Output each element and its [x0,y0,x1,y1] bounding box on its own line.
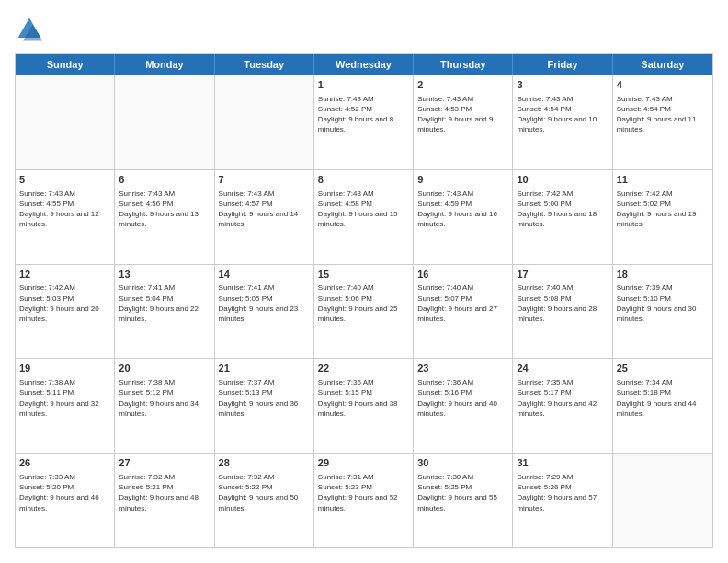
cell-info: Sunrise: 7:30 AM Sunset: 5:25 PM Dayligh… [417,472,508,513]
calendar-cell: 28Sunrise: 7:32 AM Sunset: 5:22 PM Dayli… [215,454,314,547]
calendar-row: 26Sunrise: 7:33 AM Sunset: 5:20 PM Dayli… [16,453,712,547]
header [15,15,713,44]
calendar-cell: 24Sunrise: 7:35 AM Sunset: 5:17 PM Dayli… [513,359,612,453]
calendar-cell: 26Sunrise: 7:33 AM Sunset: 5:20 PM Dayli… [16,454,115,547]
cell-info: Sunrise: 7:40 AM Sunset: 5:06 PM Dayligh… [318,282,409,324]
cell-info: Sunrise: 7:35 AM Sunset: 5:17 PM Dayligh… [517,377,608,419]
calendar-cell: 1Sunrise: 7:43 AM Sunset: 4:52 PM Daylig… [314,75,414,169]
cell-info: Sunrise: 7:40 AM Sunset: 5:08 PM Dayligh… [517,282,608,324]
day-number: 25 [617,362,709,375]
day-number: 27 [119,456,210,470]
day-number: 23 [417,362,508,375]
calendar-cell: 19Sunrise: 7:38 AM Sunset: 5:11 PM Dayli… [16,359,115,453]
cell-info: Sunrise: 7:29 AM Sunset: 5:26 PM Dayligh… [517,472,608,513]
day-number: 31 [517,456,608,470]
header-day: Thursday [414,54,513,75]
day-number: 4 [617,78,709,92]
day-number: 29 [318,456,409,470]
day-number: 3 [517,78,608,92]
cell-info: Sunrise: 7:34 AM Sunset: 5:18 PM Dayligh… [617,377,709,419]
calendar-cell [215,75,314,169]
day-number: 10 [517,173,608,187]
calendar-cell [115,75,214,169]
calendar-page: SundayMondayTuesdayWednesdayThursdayFrid… [0,0,728,563]
day-number: 28 [219,456,310,470]
calendar-cell: 23Sunrise: 7:36 AM Sunset: 5:16 PM Dayli… [414,359,513,453]
day-number: 22 [318,362,409,375]
calendar-cell: 7Sunrise: 7:43 AM Sunset: 4:57 PM Daylig… [215,170,314,264]
day-number: 8 [318,173,409,187]
calendar-cell: 4Sunrise: 7:43 AM Sunset: 4:54 PM Daylig… [613,75,712,169]
logo [15,15,48,44]
day-number: 14 [219,268,310,282]
day-number: 5 [19,173,110,187]
calendar-cell: 11Sunrise: 7:42 AM Sunset: 5:02 PM Dayli… [613,170,712,264]
calendar-cell: 20Sunrise: 7:38 AM Sunset: 5:12 PM Dayli… [115,359,214,453]
cell-info: Sunrise: 7:39 AM Sunset: 5:10 PM Dayligh… [617,282,709,324]
day-number: 20 [119,362,210,375]
calendar-cell: 16Sunrise: 7:40 AM Sunset: 5:07 PM Dayli… [414,265,513,359]
day-number: 2 [417,78,508,92]
cell-info: Sunrise: 7:38 AM Sunset: 5:11 PM Dayligh… [19,377,110,419]
cell-info: Sunrise: 7:43 AM Sunset: 4:53 PM Dayligh… [417,94,508,135]
calendar-cell: 5Sunrise: 7:43 AM Sunset: 4:55 PM Daylig… [16,170,115,264]
cell-info: Sunrise: 7:43 AM Sunset: 4:56 PM Dayligh… [119,189,210,230]
calendar-cell: 13Sunrise: 7:41 AM Sunset: 5:04 PM Dayli… [115,265,214,359]
day-number: 21 [219,362,310,375]
calendar-header: SundayMondayTuesdayWednesdayThursdayFrid… [16,54,712,75]
cell-info: Sunrise: 7:38 AM Sunset: 5:12 PM Dayligh… [119,377,210,419]
calendar-cell: 3Sunrise: 7:43 AM Sunset: 4:54 PM Daylig… [513,75,612,169]
cell-info: Sunrise: 7:31 AM Sunset: 5:23 PM Dayligh… [318,472,409,513]
header-day: Saturday [613,54,712,75]
cell-info: Sunrise: 7:43 AM Sunset: 4:55 PM Dayligh… [19,189,110,230]
day-number: 30 [417,456,508,470]
cell-info: Sunrise: 7:33 AM Sunset: 5:20 PM Dayligh… [19,472,110,513]
cell-info: Sunrise: 7:43 AM Sunset: 4:52 PM Dayligh… [318,94,409,135]
calendar-cell: 31Sunrise: 7:29 AM Sunset: 5:26 PM Dayli… [513,454,612,547]
cell-info: Sunrise: 7:43 AM Sunset: 4:59 PM Dayligh… [417,189,508,230]
header-day: Monday [115,54,214,75]
day-number: 16 [417,268,508,282]
cell-info: Sunrise: 7:43 AM Sunset: 4:57 PM Dayligh… [219,189,310,230]
cell-info: Sunrise: 7:40 AM Sunset: 5:07 PM Dayligh… [417,282,508,324]
cell-info: Sunrise: 7:41 AM Sunset: 5:04 PM Dayligh… [119,282,210,324]
cell-info: Sunrise: 7:32 AM Sunset: 5:21 PM Dayligh… [119,472,210,513]
day-number: 11 [617,173,709,187]
day-number: 26 [19,456,110,470]
cell-info: Sunrise: 7:32 AM Sunset: 5:22 PM Dayligh… [219,472,310,513]
cell-info: Sunrise: 7:41 AM Sunset: 5:05 PM Dayligh… [219,282,310,324]
calendar-cell: 6Sunrise: 7:43 AM Sunset: 4:56 PM Daylig… [115,170,214,264]
cell-info: Sunrise: 7:43 AM Sunset: 4:58 PM Dayligh… [318,189,409,230]
header-day: Friday [513,54,612,75]
header-day: Sunday [16,54,115,75]
calendar-cell [16,75,115,169]
calendar: SundayMondayTuesdayWednesdayThursdayFrid… [15,53,713,548]
calendar-cell: 14Sunrise: 7:41 AM Sunset: 5:05 PM Dayli… [215,265,314,359]
calendar-cell: 10Sunrise: 7:42 AM Sunset: 5:00 PM Dayli… [513,170,612,264]
calendar-cell: 9Sunrise: 7:43 AM Sunset: 4:59 PM Daylig… [414,170,513,264]
logo-icon [15,15,44,44]
day-number: 9 [417,173,508,187]
calendar-cell: 30Sunrise: 7:30 AM Sunset: 5:25 PM Dayli… [414,454,513,547]
header-day: Tuesday [215,54,314,75]
calendar-cell [613,454,712,547]
calendar-cell: 27Sunrise: 7:32 AM Sunset: 5:21 PM Dayli… [115,454,214,547]
calendar-cell: 17Sunrise: 7:40 AM Sunset: 5:08 PM Dayli… [513,265,612,359]
calendar-cell: 22Sunrise: 7:36 AM Sunset: 5:15 PM Dayli… [314,359,414,453]
calendar-body: 1Sunrise: 7:43 AM Sunset: 4:52 PM Daylig… [16,75,712,547]
cell-info: Sunrise: 7:43 AM Sunset: 4:54 PM Dayligh… [617,94,709,135]
calendar-cell: 18Sunrise: 7:39 AM Sunset: 5:10 PM Dayli… [613,265,712,359]
cell-info: Sunrise: 7:42 AM Sunset: 5:03 PM Dayligh… [19,282,110,324]
calendar-cell: 2Sunrise: 7:43 AM Sunset: 4:53 PM Daylig… [414,75,513,169]
day-number: 1 [318,78,409,92]
day-number: 13 [119,268,210,282]
day-number: 24 [517,362,608,375]
day-number: 6 [119,173,210,187]
calendar-row: 1Sunrise: 7:43 AM Sunset: 4:52 PM Daylig… [16,75,712,169]
cell-info: Sunrise: 7:36 AM Sunset: 5:15 PM Dayligh… [318,377,409,419]
day-number: 7 [219,173,310,187]
calendar-row: 5Sunrise: 7:43 AM Sunset: 4:55 PM Daylig… [16,169,712,264]
cell-info: Sunrise: 7:36 AM Sunset: 5:16 PM Dayligh… [417,377,508,419]
calendar-row: 12Sunrise: 7:42 AM Sunset: 5:03 PM Dayli… [16,264,712,359]
calendar-cell: 25Sunrise: 7:34 AM Sunset: 5:18 PM Dayli… [613,359,712,453]
